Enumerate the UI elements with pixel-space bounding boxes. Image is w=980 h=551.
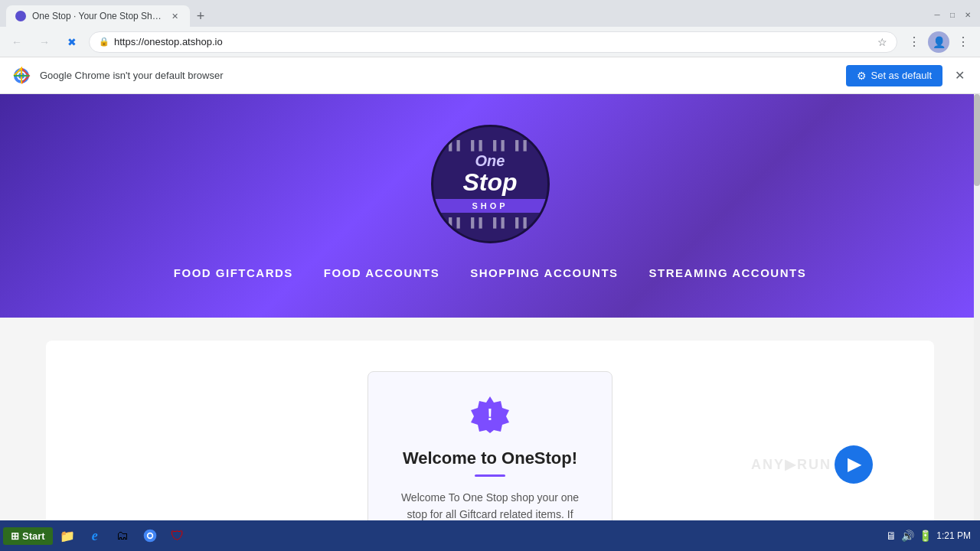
- svg-text:!: !: [487, 405, 492, 424]
- reload-button[interactable]: ✖: [61, 31, 83, 53]
- lock-icon: 🔒: [99, 37, 109, 47]
- logo-one: One: [431, 152, 550, 169]
- nav-menu: FOOD GIFTCARDS FOOD ACCOUNTS SHOPPING AC…: [174, 266, 806, 279]
- title-bar: One Stop · Your One Stop Shop For... ✕ +…: [0, 0, 980, 27]
- taskbar-antivirus-item[interactable]: 🛡: [165, 523, 191, 548]
- badge-icon: !: [471, 395, 509, 433]
- start-button[interactable]: ⊞ Start: [3, 527, 53, 545]
- svg-point-7: [148, 534, 152, 538]
- nav-shopping-accounts[interactable]: SHOPPING ACCOUNTS: [470, 266, 618, 279]
- tab-title: One Stop · Your One Stop Shop For...: [32, 11, 162, 21]
- notification-text: Google Chrome isn't your default browser: [40, 70, 837, 81]
- url-text: https://onestop.atshop.io: [114, 36, 873, 47]
- notification-bar: Google Chrome isn't your default browser…: [0, 57, 980, 94]
- logo-stop: Stop: [431, 169, 550, 196]
- set-default-label: Set as default: [871, 70, 933, 81]
- back-button[interactable]: ←: [6, 31, 28, 53]
- profile-icon[interactable]: 👤: [928, 31, 949, 53]
- welcome-text: Welcome To One Stop shop your one stop f…: [399, 489, 581, 520]
- anyrun-circle: ▶: [835, 445, 873, 484]
- extensions-icon[interactable]: ⋮: [903, 31, 925, 53]
- antivirus-icon: 🛡: [169, 527, 186, 544]
- webpage: ▐▌▐▌▐▌▐▌▐▌▐▌ One Stop SHOP ▐▌▐▌▐▌▐▌▐▌▐▌ …: [0, 94, 980, 520]
- taskbar: ⊞ Start 📁 e 🗂 🛡 🖥 🔊: [0, 520, 980, 551]
- card-container: ! Welcome to OneStop! Welcome To One Sto…: [46, 341, 934, 520]
- taskbar-chrome-item[interactable]: [137, 523, 163, 548]
- battery-icon: 🔋: [919, 530, 932, 542]
- tab-close-button[interactable]: ✕: [168, 10, 181, 22]
- maximize-button[interactable]: □: [946, 9, 959, 21]
- anyrun-watermark: ANY▶RUN ▶: [751, 445, 873, 484]
- network-icon: 🖥: [886, 530, 897, 542]
- forward-button[interactable]: →: [34, 31, 55, 53]
- hero-section: ▐▌▐▌▐▌▐▌▐▌▐▌ One Stop SHOP ▐▌▐▌▐▌▐▌▐▌▐▌ …: [0, 94, 980, 318]
- address-bar: ← → ✖ 🔒 https://onestop.atshop.io ☆ ⋮ 👤 …: [0, 27, 980, 57]
- nav-streaming-accounts[interactable]: STREAMING ACCOUNTS: [649, 266, 807, 279]
- ie-icon: e: [87, 527, 103, 544]
- taskbar-ie-item[interactable]: e: [82, 523, 108, 548]
- logo-shop: SHOP: [431, 199, 550, 213]
- nav-food-giftcards[interactable]: FOOD GIFTCARDS: [174, 266, 293, 279]
- chrome-logo-icon: [12, 67, 31, 85]
- system-tray: 🖥 🔊 🔋 1:21 PM: [880, 530, 977, 542]
- chrome-icon: [142, 527, 158, 544]
- folder-icon: 🗂: [114, 527, 131, 544]
- menu-icon[interactable]: ⋮: [952, 31, 974, 53]
- notification-close-button[interactable]: ✕: [952, 65, 968, 86]
- address-input[interactable]: 🔒 https://onestop.atshop.io ☆: [89, 31, 897, 53]
- set-default-button[interactable]: ⚙ Set as default: [846, 65, 943, 86]
- new-tab-button[interactable]: +: [190, 5, 211, 27]
- content-area: ! Welcome to OneStop! Welcome To One Sto…: [0, 318, 980, 520]
- explorer-icon: 📁: [59, 527, 76, 544]
- logo-container: ▐▌▐▌▐▌▐▌▐▌▐▌ One Stop SHOP ▐▌▐▌▐▌▐▌▐▌▐▌: [431, 125, 550, 243]
- minimize-button[interactable]: ─: [931, 9, 943, 21]
- start-label: Start: [22, 530, 45, 542]
- welcome-underline: [475, 474, 505, 477]
- gear-icon: ⚙: [857, 70, 867, 82]
- tab-favicon: [15, 11, 26, 21]
- close-button[interactable]: ✕: [962, 9, 974, 21]
- welcome-title: Welcome to OneStop!: [399, 448, 581, 468]
- tray-time: 1:21 PM: [936, 530, 971, 541]
- welcome-card: ! Welcome to OneStop! Welcome To One Sto…: [368, 371, 612, 520]
- active-tab[interactable]: One Stop · Your One Stop Shop For... ✕: [6, 5, 190, 27]
- taskbar-explorer-item[interactable]: 📁: [54, 523, 80, 548]
- taskbar-folder-item[interactable]: 🗂: [109, 523, 136, 548]
- logo-circle: ▐▌▐▌▐▌▐▌▐▌▐▌ One Stop SHOP ▐▌▐▌▐▌▐▌▐▌▐▌: [431, 125, 550, 243]
- volume-icon: 🔊: [901, 530, 914, 542]
- scrollbar-thumb[interactable]: [974, 94, 980, 186]
- start-icon: ⊞: [11, 530, 19, 542]
- nav-food-accounts[interactable]: FOOD ACCOUNTS: [324, 266, 439, 279]
- scrollbar[interactable]: [974, 94, 980, 520]
- bookmark-icon[interactable]: ☆: [877, 36, 887, 48]
- anyrun-text: ANY▶RUN: [751, 456, 831, 473]
